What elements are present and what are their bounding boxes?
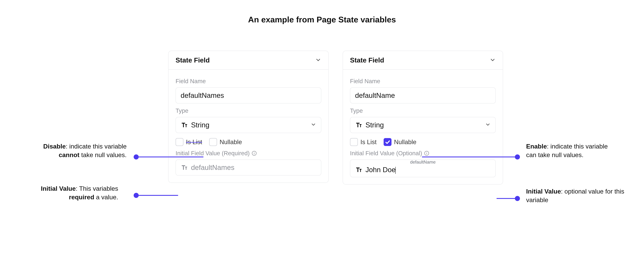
chevron-down-icon bbox=[485, 121, 491, 129]
card-header-title: State Field bbox=[176, 56, 210, 64]
field-name-label: Field Name bbox=[176, 78, 321, 85]
chevron-down-icon[interactable] bbox=[490, 57, 496, 64]
initial-value-input[interactable]: defaultName John Doe bbox=[350, 159, 496, 177]
card-header-title: State Field bbox=[350, 56, 384, 64]
initial-value-label: Initial Field Value (Required) bbox=[176, 150, 321, 157]
annotation-dot bbox=[134, 154, 139, 159]
type-label: Type bbox=[350, 107, 496, 114]
field-name-value: defaultName bbox=[355, 91, 491, 100]
type-select[interactable]: String bbox=[350, 117, 496, 133]
field-name-input[interactable]: defaultNames bbox=[176, 87, 321, 103]
is-list-label: Is List bbox=[186, 139, 202, 146]
text-type-icon bbox=[180, 164, 188, 171]
is-list-checkbox[interactable]: Is List bbox=[350, 138, 376, 146]
nullable-checkbox[interactable]: Nullable bbox=[209, 138, 242, 146]
annotation-dot bbox=[515, 154, 520, 159]
nullable-label: Nullable bbox=[220, 139, 242, 146]
text-type-icon bbox=[355, 166, 362, 173]
annotation-connector bbox=[139, 157, 204, 157]
state-field-card-right: State Field Field Name defaultName Type … bbox=[343, 51, 503, 184]
type-label: Type bbox=[176, 107, 321, 114]
annotation-connector bbox=[496, 198, 516, 199]
annotation-connector bbox=[422, 157, 516, 157]
type-value: String bbox=[366, 121, 482, 129]
annotation-initial-right: Initial Value: optional value for this v… bbox=[526, 187, 628, 204]
state-field-card-left: State Field Field Name defaultNames Type… bbox=[168, 51, 328, 183]
field-name-value: defaultNames bbox=[180, 91, 316, 100]
info-icon[interactable] bbox=[252, 151, 257, 156]
nullable-label: Nullable bbox=[394, 139, 416, 146]
annotation-initial-left: Initial Value: This variables required a… bbox=[17, 184, 118, 202]
text-type-icon bbox=[355, 122, 362, 128]
chevron-down-icon[interactable] bbox=[315, 57, 321, 64]
initial-value-input[interactable]: defaultNames bbox=[176, 159, 321, 175]
is-list-checkbox[interactable]: Is List bbox=[176, 138, 202, 146]
initial-value-label: Initial Field Value (Optional) bbox=[350, 150, 496, 157]
text-type-icon bbox=[180, 122, 188, 128]
annotation-dot bbox=[134, 193, 139, 198]
svg-point-5 bbox=[426, 152, 427, 153]
chevron-down-icon bbox=[310, 121, 316, 129]
initial-value-floating-label: defaultName bbox=[410, 159, 436, 165]
annotation-enable: Enable: indicate this variable can take … bbox=[526, 142, 616, 159]
field-name-label: Field Name bbox=[350, 78, 496, 85]
page-title: An example from Page State variables bbox=[0, 15, 644, 24]
nullable-checkbox[interactable]: Nullable bbox=[384, 138, 416, 146]
type-value: String bbox=[191, 121, 308, 129]
field-name-input[interactable]: defaultName bbox=[350, 87, 496, 103]
type-select[interactable]: String bbox=[176, 117, 321, 133]
initial-value-text: John Doe bbox=[366, 166, 396, 174]
annotation-disable: Disable: indicate this variable cannot t… bbox=[28, 142, 126, 159]
initial-value-placeholder: defaultNames bbox=[191, 163, 316, 172]
annotation-dot bbox=[515, 196, 520, 201]
annotation-connector bbox=[139, 195, 178, 196]
info-icon[interactable] bbox=[424, 151, 429, 156]
svg-point-2 bbox=[254, 152, 254, 153]
is-list-label: Is List bbox=[360, 139, 376, 146]
